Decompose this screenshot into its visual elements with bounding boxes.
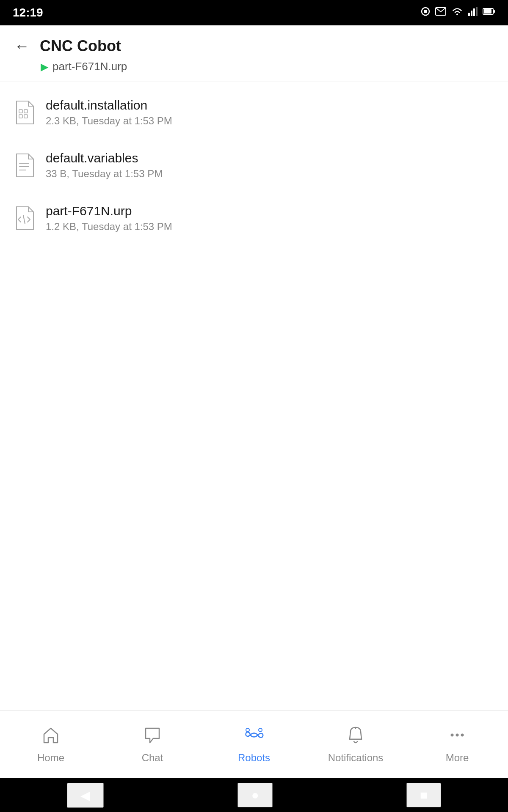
system-back-button[interactable]: ◀: [67, 783, 104, 808]
play-icon: ▶: [41, 61, 48, 73]
file-meta-installation: 2.3 KB, Tuesday at 1:53 PM: [46, 115, 495, 127]
nav-item-chat[interactable]: Chat: [102, 721, 203, 768]
svg-rect-7: [476, 7, 478, 16]
status-icons: [421, 7, 495, 19]
svg-rect-4: [468, 13, 470, 16]
svg-point-1: [424, 10, 427, 13]
more-nav-icon: [448, 726, 467, 749]
system-home-button[interactable]: ●: [237, 783, 272, 807]
robots-nav-icon: [243, 726, 265, 749]
file-item-installation[interactable]: default.installation 2.3 KB, Tuesday at …: [0, 86, 508, 139]
nav-item-notifications[interactable]: Notifications: [305, 721, 406, 768]
mail-status-icon: [435, 7, 446, 18]
system-nav-bar: ◀ ● ■: [0, 778, 508, 812]
bottom-navigation: Home Chat Robots: [0, 710, 508, 778]
file-list: default.installation 2.3 KB, Tuesday at …: [0, 82, 508, 710]
svg-point-24: [461, 733, 464, 736]
status-bar: 12:19: [0, 0, 508, 25]
installation-file-icon: [13, 99, 36, 126]
code-file-icon: [13, 205, 36, 232]
svg-rect-9: [484, 9, 491, 14]
variables-file-icon: [13, 152, 36, 179]
svg-point-3: [456, 14, 458, 15]
more-nav-label: More: [446, 752, 469, 764]
file-item-urp[interactable]: part-F671N.urp 1.2 KB, Tuesday at 1:53 P…: [0, 192, 508, 245]
svg-point-23: [456, 733, 459, 736]
file-info-urp: part-F671N.urp 1.2 KB, Tuesday at 1:53 P…: [46, 204, 495, 233]
signal-icon: [468, 7, 478, 19]
header-top: ← CNC Cobot: [13, 36, 495, 57]
home-nav-icon: [41, 726, 60, 749]
page-title: CNC Cobot: [40, 37, 121, 55]
header-subtitle: ▶ part-F671N.urp: [13, 60, 495, 73]
svg-point-20: [259, 728, 262, 732]
svg-rect-6: [473, 8, 475, 16]
svg-rect-10: [494, 10, 495, 13]
svg-point-19: [246, 728, 249, 732]
home-nav-label: Home: [37, 752, 64, 764]
nav-item-robots[interactable]: Robots: [203, 721, 305, 768]
file-item-variables[interactable]: default.variables 33 B, Tuesday at 1:53 …: [0, 139, 508, 192]
file-name-urp: part-F671N.urp: [46, 204, 495, 218]
file-name-variables: default.variables: [46, 151, 495, 165]
battery-icon: [483, 7, 495, 18]
svg-point-22: [451, 733, 454, 736]
nav-item-home[interactable]: Home: [0, 721, 102, 768]
file-name-installation: default.installation: [46, 98, 495, 112]
svg-rect-5: [471, 11, 472, 16]
file-info-variables: default.variables 33 B, Tuesday at 1:53 …: [46, 151, 495, 180]
status-time: 12:19: [13, 6, 43, 19]
app-header: ← CNC Cobot ▶ part-F671N.urp: [0, 25, 508, 82]
notifications-nav-label: Notifications: [328, 752, 384, 764]
notifications-nav-icon: [346, 726, 365, 749]
file-meta-variables: 33 B, Tuesday at 1:53 PM: [46, 168, 495, 180]
system-recent-button[interactable]: ■: [406, 783, 441, 807]
back-button[interactable]: ←: [13, 36, 31, 57]
file-meta-urp: 1.2 KB, Tuesday at 1:53 PM: [46, 221, 495, 233]
file-info-installation: default.installation 2.3 KB, Tuesday at …: [46, 98, 495, 127]
back-arrow-icon: ←: [14, 37, 30, 55]
nav-item-more[interactable]: More: [406, 721, 508, 768]
wifi-icon: [451, 7, 463, 19]
robots-nav-label: Robots: [238, 752, 270, 764]
chat-nav-icon: [143, 726, 162, 749]
subtitle-filename: part-F671N.urp: [52, 60, 127, 73]
chat-nav-label: Chat: [142, 752, 163, 764]
circle-status-icon: [421, 7, 430, 19]
